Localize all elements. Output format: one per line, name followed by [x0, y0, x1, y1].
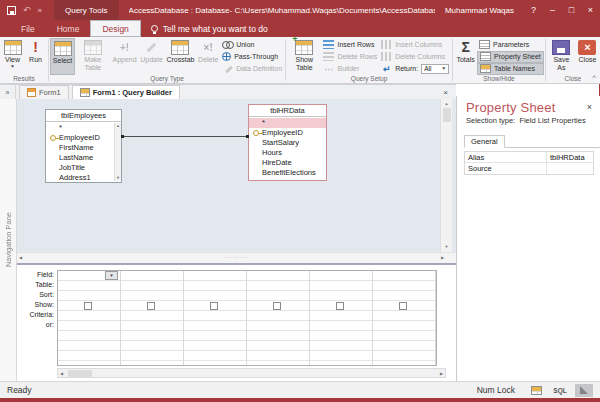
scroll-right-icon[interactable] [441, 255, 444, 261]
field-lastname[interactable]: LastName [46, 153, 121, 163]
close-button[interactable]: Close [576, 38, 599, 75]
totals-button[interactable]: Totals [454, 38, 477, 75]
return-button[interactable]: Return:All [379, 63, 451, 75]
navigation-pane-collapsed[interactable]: Navigation Pane [0, 99, 17, 381]
run-button[interactable]: Run [24, 38, 47, 75]
field-asterisk[interactable]: * [249, 118, 326, 128]
scroll-up-icon[interactable] [445, 101, 449, 107]
key-spacer [49, 174, 59, 182]
tab-overflow-icon[interactable]: » [0, 85, 16, 99]
show-checkbox[interactable] [336, 302, 344, 310]
grid-row-label-or: or: [17, 320, 54, 330]
field-dropdown-icon[interactable] [105, 271, 118, 280]
save-as-button[interactable]: Save As [547, 38, 576, 75]
field-firstname[interactable]: FirstName [46, 143, 121, 153]
tab-general[interactable]: General [464, 135, 505, 148]
tell-me-lightbulb-icon [151, 25, 158, 32]
close-property-sheet-icon[interactable]: × [587, 102, 592, 112]
grid-cells[interactable] [57, 270, 437, 366]
parameters-icon [479, 40, 490, 49]
show-table-button[interactable]: Show Table [287, 38, 321, 75]
qat-more-icon[interactable]: » [38, 6, 42, 15]
field-list-scrollbar[interactable] [114, 123, 121, 181]
minimize-button[interactable]: – [543, 0, 562, 20]
field-list-tblhrdata[interactable]: tblHRData*EmployeeIDStartSalaryHoursHire… [248, 104, 327, 181]
field-startsalary[interactable]: StartSalary [249, 138, 326, 148]
scroll-thumb[interactable] [68, 370, 92, 377]
property-sheet-button[interactable]: Property Sheet [477, 51, 544, 63]
ribbon-tab-home[interactable]: Home [46, 20, 91, 37]
property-row-source[interactable]: Source [465, 163, 593, 174]
save-icon[interactable] [7, 6, 16, 15]
collapse-ribbon-icon[interactable] [592, 73, 596, 82]
field-employeeid[interactable]: EmployeeID [46, 133, 121, 143]
view-button[interactable]: View [1, 38, 24, 75]
builder-button: Builder [321, 63, 379, 75]
account-name[interactable]: Muhammad Waqas [445, 6, 514, 15]
close-window-button[interactable]: × [581, 0, 600, 20]
field-list-title[interactable]: tblEmployees [46, 110, 121, 122]
field-jobtitle[interactable]: JobTitle [46, 163, 121, 173]
design-vertical-scrollbar[interactable] [440, 99, 452, 252]
field-list-title[interactable]: tblHRData [249, 105, 326, 117]
scroll-left-icon[interactable] [19, 255, 22, 261]
field-asterisk[interactable]: * [46, 123, 121, 133]
scroll-right-icon[interactable] [440, 371, 443, 377]
grid-column-divider [120, 271, 121, 365]
grid-horizontal-scrollbar[interactable] [57, 368, 446, 378]
ribbon-tab-file[interactable]: File [10, 20, 46, 37]
return-combo[interactable]: All [421, 64, 449, 74]
field-employeeid[interactable]: EmployeeID [249, 128, 326, 138]
tell-me-box[interactable]: Tell me what you want to do [151, 20, 268, 37]
make-table-button: Make Table [75, 38, 111, 75]
contextual-tab-query-tools[interactable]: Query Tools [54, 0, 119, 20]
field-benefitelections[interactable]: BenefitElections [249, 168, 326, 178]
select-button[interactable]: Select [50, 38, 75, 75]
scroll-left-icon[interactable] [60, 371, 63, 377]
pass-through-button[interactable]: Pass-Through [220, 51, 284, 63]
field-hours[interactable]: Hours [249, 148, 326, 158]
splitter-grip[interactable]: ········ [225, 253, 249, 261]
ribbon-group-query-type: SelectMake TableAppendUpdateCrosstabDele… [49, 37, 285, 83]
navigation-pane-label: Navigation Pane [4, 212, 13, 267]
scroll-thumb[interactable] [443, 108, 451, 122]
crosstab-button[interactable]: Crosstab [165, 38, 197, 75]
sql-view-button[interactable]: SQL [551, 384, 569, 397]
parameters-button[interactable]: Parameters [477, 39, 544, 51]
ribbon-group-label: Show/Hide [454, 75, 544, 83]
table-names-button[interactable]: Table Names [477, 63, 544, 75]
tab-form1-query-builder[interactable]: Form1 : Query Builder [72, 85, 180, 99]
design-horizontal-scrollbar[interactable]: ········ [17, 252, 456, 263]
insert-rows-button[interactable]: Insert Rows [321, 39, 379, 51]
close-object-icon[interactable]: × [443, 88, 448, 97]
update-button: Update [138, 38, 164, 75]
datasheet-view-button[interactable] [527, 384, 545, 397]
show-checkbox[interactable] [84, 302, 92, 310]
scroll-down-icon[interactable] [116, 175, 120, 181]
pane-splitter[interactable] [17, 263, 456, 265]
field-address1[interactable]: Address1 [46, 173, 121, 182]
query-design-surface[interactable]: tblEmployees*EmployeeIDFirstNameLastName… [17, 99, 456, 252]
design-view-button[interactable] [575, 384, 593, 397]
scroll-down-icon[interactable] [445, 244, 449, 250]
property-row-alias[interactable]: AliastblHRData [465, 152, 593, 163]
show-checkbox[interactable] [147, 302, 155, 310]
show-checkbox[interactable] [273, 302, 281, 310]
ribbon-tab-design[interactable]: Design [90, 20, 140, 37]
union-button[interactable]: Union [220, 39, 284, 51]
field-list-tblemployees[interactable]: tblEmployees*EmployeeIDFirstNameLastName… [45, 109, 122, 183]
undo-icon[interactable] [23, 6, 31, 15]
join-line[interactable] [122, 136, 248, 137]
help-button[interactable]: ? [524, 0, 543, 20]
query-designer: tblEmployees*EmployeeIDFirstNameLastName… [17, 99, 456, 381]
window-title: AccessDatabase : Database- C:\Users\Muha… [129, 6, 435, 15]
show-checkbox[interactable] [399, 302, 407, 310]
field-hiredate[interactable]: HireDate [249, 158, 326, 168]
tab-form1[interactable]: Form1 [19, 85, 69, 99]
ribbon-group-query-setup: Show TableInsert RowsDelete RowsBuilderI… [286, 37, 452, 83]
append-icon [116, 40, 134, 55]
show-checkbox[interactable] [210, 302, 218, 310]
scroll-up-icon[interactable] [116, 123, 120, 129]
delete-columns-button: Delete Columns [379, 51, 451, 63]
maximize-button[interactable]: □ [562, 0, 581, 20]
